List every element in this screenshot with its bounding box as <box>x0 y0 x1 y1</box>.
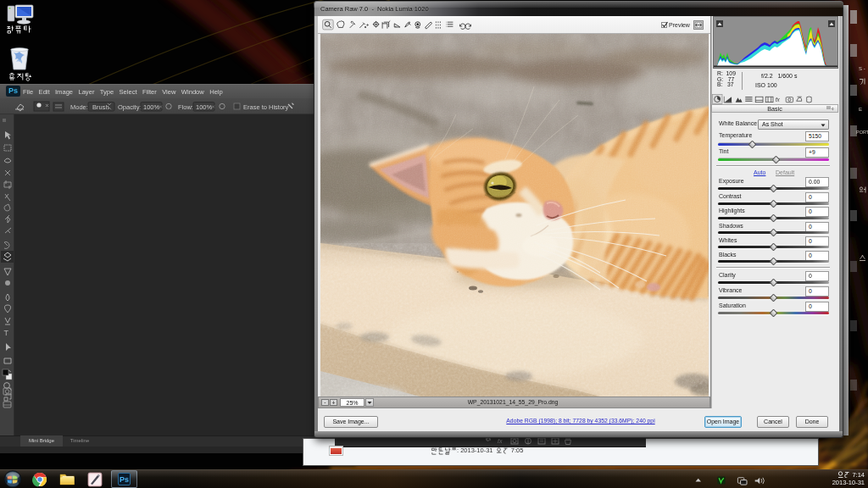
svg-text:fx: fx <box>776 97 781 103</box>
svg-text:T: T <box>4 329 9 337</box>
svg-text:100%: 100% <box>196 103 213 111</box>
svg-text:fx: fx <box>498 438 503 444</box>
svg-text:Flow:: Flow: <box>178 103 193 111</box>
svg-text:100%: 100% <box>143 103 160 111</box>
svg-text:Opacity:: Opacity: <box>118 103 142 111</box>
svg-text:Mode:: Mode: <box>70 103 88 111</box>
svg-text:Erase to History: Erase to History <box>243 103 289 111</box>
svg-text:Brush: Brush <box>92 103 109 111</box>
